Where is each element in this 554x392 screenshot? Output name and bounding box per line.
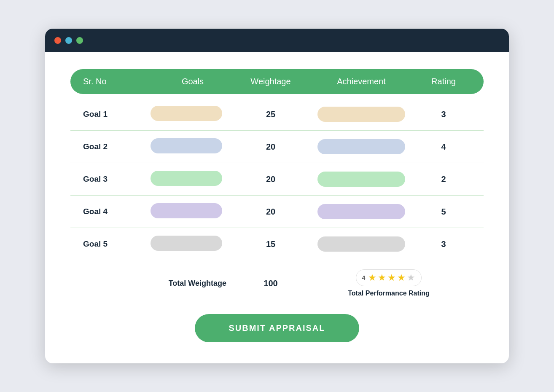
rating-number: 4	[362, 274, 366, 281]
weightage-value: 20	[235, 207, 307, 217]
weightage-value: 20	[235, 142, 307, 152]
app-window: Sr. No Goals Weightage Achievement Ratin…	[45, 29, 509, 363]
achievement-pill	[317, 107, 405, 122]
achievement-pill	[317, 204, 405, 219]
goal-pill-cell	[151, 106, 235, 123]
col-header-rating: Rating	[416, 77, 471, 86]
goal-label: Goal 1	[83, 110, 151, 119]
goal-label: Goal 5	[83, 239, 151, 249]
goal-label: Goal 3	[83, 175, 151, 184]
table-row: Goal 5 15 3	[70, 228, 484, 260]
goal-label: Goal 2	[83, 142, 151, 151]
goal-pill-cell	[151, 203, 235, 220]
goal-pill	[151, 138, 222, 153]
star-5: ★	[407, 272, 415, 283]
rating-value: 3	[416, 239, 471, 249]
goal-pill	[151, 171, 222, 186]
col-header-achievement: Achievement	[307, 77, 416, 86]
goal-pill	[151, 203, 222, 218]
star-4: ★	[397, 272, 406, 283]
performance-rating: 4 ★ ★ ★ ★ ★ Total Performance Rating	[307, 269, 471, 297]
title-bar	[45, 29, 509, 52]
star-2: ★	[378, 272, 386, 283]
stars-container: 4 ★ ★ ★ ★ ★	[356, 269, 422, 286]
total-row: Total Weightage 100 4 ★ ★ ★ ★ ★ Total Pe…	[70, 260, 484, 301]
achievement-cell	[307, 107, 416, 122]
dot-green[interactable]	[76, 37, 83, 44]
table-row: Goal 3 20 2	[70, 163, 484, 196]
achievement-pill	[317, 236, 405, 252]
table-row: Goal 1 25 3	[70, 98, 484, 131]
table-row: Goal 2 20 4	[70, 131, 484, 163]
achievement-pill	[317, 172, 405, 187]
achievement-cell	[307, 139, 416, 154]
col-header-srno: Sr. No	[83, 77, 151, 86]
rating-value: 5	[416, 207, 471, 217]
goal-pill-cell	[151, 236, 235, 252]
total-performance-label: Total Performance Rating	[348, 290, 430, 297]
weightage-value: 20	[235, 175, 307, 184]
col-header-weightage: Weightage	[235, 77, 307, 86]
star-1: ★	[368, 272, 377, 283]
dot-blue[interactable]	[65, 37, 72, 44]
total-weightage-value: 100	[235, 279, 307, 288]
weightage-value: 15	[235, 239, 307, 249]
rating-value: 2	[416, 175, 471, 184]
goal-pill-cell	[151, 171, 235, 188]
weightage-value: 25	[235, 110, 307, 119]
table-body: Goal 1 25 3 Goal 2 20 4 Goal 3 20	[70, 98, 484, 260]
rating-value: 3	[416, 110, 471, 119]
table-header: Sr. No Goals Weightage Achievement Ratin…	[70, 69, 484, 94]
total-weightage-label: Total Weightage	[151, 279, 235, 288]
dot-red[interactable]	[54, 37, 61, 44]
star-3: ★	[387, 272, 396, 283]
submit-appraisal-button[interactable]: SUBMIT APPRAISAL	[195, 314, 359, 342]
goal-pill	[151, 236, 222, 251]
achievement-pill	[317, 139, 405, 154]
goal-pill-cell	[151, 138, 235, 155]
table-row: Goal 4 20 5	[70, 196, 484, 228]
col-header-goals: Goals	[151, 77, 235, 86]
goal-pill	[151, 106, 222, 121]
submit-area: SUBMIT APPRAISAL	[70, 314, 484, 342]
achievement-cell	[307, 204, 416, 219]
achievement-cell	[307, 236, 416, 252]
rating-value: 4	[416, 142, 471, 152]
achievement-cell	[307, 172, 416, 187]
main-content: Sr. No Goals Weightage Achievement Ratin…	[45, 52, 509, 363]
goal-label: Goal 4	[83, 207, 151, 216]
